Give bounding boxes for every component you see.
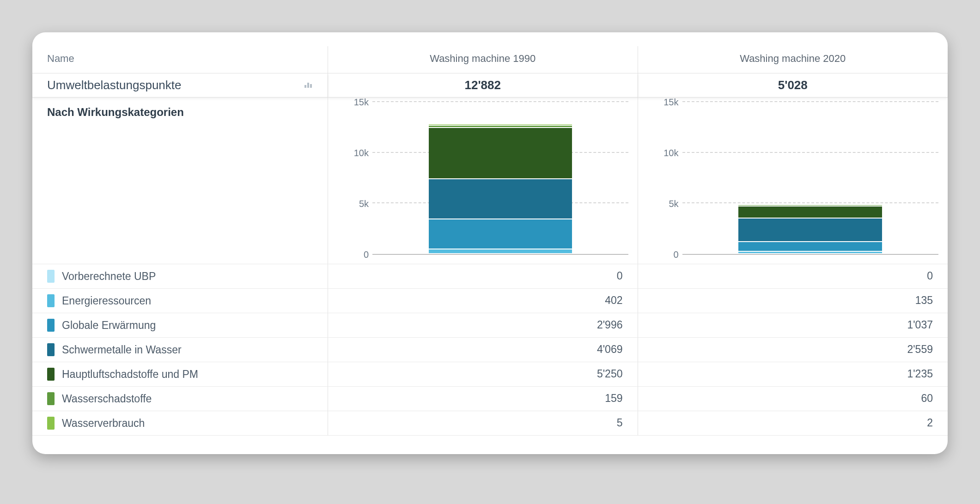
table-row: Globale Erwärmung2'9961'037	[32, 313, 948, 338]
category-name-cell: Vorberechnete UBP	[32, 264, 328, 288]
category-name-cell: Schwermetalle in Wasser	[32, 338, 328, 362]
category-label: Hauptluftschadstoffe und PM	[62, 368, 198, 381]
category-label: Energieressourcen	[62, 295, 151, 307]
chart-cell-1: 05k10k15k	[328, 97, 638, 264]
chart-row: Nach Wirkungskategorien 05k10k15k 05k10k…	[32, 97, 948, 264]
y-tick-label: 15k	[354, 97, 369, 108]
svg-rect-0	[304, 85, 306, 88]
category-value-1: 159	[328, 387, 638, 411]
bar-segment	[738, 253, 882, 254]
category-label: Wasserverbrauch	[62, 417, 145, 430]
stacked-bar	[738, 203, 882, 254]
stacked-bar-chart-1: 05k10k15k	[347, 102, 628, 255]
category-value-2: 1'037	[638, 313, 948, 337]
bar-segment	[429, 127, 572, 178]
category-name-cell: Hauptluftschadstoffe und PM	[32, 362, 328, 386]
legend-swatch	[47, 343, 55, 356]
metric-label-cell: Umweltbelastungspunkte	[32, 73, 328, 97]
stacked-bar-chart-2: 05k10k15k	[657, 102, 939, 255]
y-tick-label: 0	[673, 249, 678, 260]
category-value-1: 5'250	[328, 362, 638, 386]
y-tick-label: 5k	[669, 199, 678, 209]
grid-line	[682, 101, 939, 102]
category-name-cell: Globale Erwärmung	[32, 313, 328, 337]
category-name-cell: Wasserverbrauch	[32, 411, 328, 435]
legend-swatch	[47, 270, 55, 283]
table-row: Vorberechnete UBP00	[32, 264, 948, 289]
col-header-product-2: Washing machine 2020	[638, 46, 948, 73]
category-value-1: 0	[328, 264, 638, 288]
col-header-product-1: Washing machine 1990	[328, 46, 638, 73]
legend-table: Vorberechnete UBP00Energieressourcen4021…	[32, 264, 948, 436]
col-header-name: Name	[32, 46, 328, 73]
y-tick-label: 5k	[359, 199, 369, 209]
category-label: Vorberechnete UBP	[62, 270, 156, 283]
comparison-card: Name Washing machine 1990 Washing machin…	[32, 32, 948, 454]
table-header-row: Name Washing machine 1990 Washing machin…	[32, 46, 948, 73]
category-value-2: 0	[638, 264, 948, 288]
category-value-2: 60	[638, 387, 948, 411]
bar-segment	[429, 178, 572, 219]
metric-row: Umweltbelastungspunkte 12'882 5'028	[32, 73, 948, 97]
metric-value-2: 5'028	[638, 73, 948, 97]
legend-swatch	[47, 392, 55, 405]
bar-segment	[429, 219, 572, 248]
table-row: Energieressourcen402135	[32, 289, 948, 313]
metric-value-1: 12'882	[328, 73, 638, 97]
section-label: Nach Wirkungskategorien	[32, 97, 328, 264]
y-tick-label: 10k	[354, 148, 369, 158]
category-value-1: 402	[328, 289, 638, 313]
grid-line	[372, 101, 628, 102]
plot-area	[372, 102, 628, 255]
category-value-2: 1'235	[638, 362, 948, 386]
table-row: Wasserverbrauch52	[32, 411, 948, 436]
svg-rect-2	[310, 84, 312, 88]
bar-chart-icon[interactable]	[304, 80, 313, 90]
plot-area	[682, 102, 939, 255]
category-label: Wasserschadstoffe	[62, 393, 152, 405]
legend-swatch	[47, 368, 55, 381]
svg-rect-1	[307, 83, 309, 88]
category-label: Globale Erwärmung	[62, 319, 156, 332]
table-row: Schwermetalle in Wasser4'0692'559	[32, 338, 948, 362]
y-tick-label: 0	[364, 249, 369, 260]
category-value-1: 2'996	[328, 313, 638, 337]
y-axis: 05k10k15k	[657, 102, 682, 255]
table-row: Wasserschadstoffe15960	[32, 387, 948, 411]
category-value-1: 4'069	[328, 338, 638, 362]
legend-swatch	[47, 319, 55, 332]
metric-label: Umweltbelastungspunkte	[47, 78, 182, 92]
bar-segment	[429, 249, 572, 253]
legend-swatch	[47, 417, 55, 430]
stacked-bar	[429, 123, 572, 254]
y-tick-label: 15k	[663, 97, 678, 108]
chart-cell-2: 05k10k15k	[638, 97, 948, 264]
bar-segment	[738, 241, 882, 251]
category-value-2: 2'559	[638, 338, 948, 362]
bar-segment	[429, 253, 572, 254]
bar-segment	[738, 218, 882, 241]
bar-segment	[738, 206, 882, 218]
grid-line	[682, 152, 939, 153]
legend-swatch	[47, 294, 55, 307]
category-label: Schwermetalle in Wasser	[62, 344, 182, 356]
category-value-2: 135	[638, 289, 948, 313]
table-row: Hauptluftschadstoffe und PM5'2501'235	[32, 362, 948, 387]
category-value-2: 2	[638, 411, 948, 435]
category-value-1: 5	[328, 411, 638, 435]
y-tick-label: 10k	[663, 148, 678, 158]
y-axis: 05k10k15k	[347, 102, 372, 255]
category-name-cell: Energieressourcen	[32, 289, 328, 313]
category-name-cell: Wasserschadstoffe	[32, 387, 328, 411]
